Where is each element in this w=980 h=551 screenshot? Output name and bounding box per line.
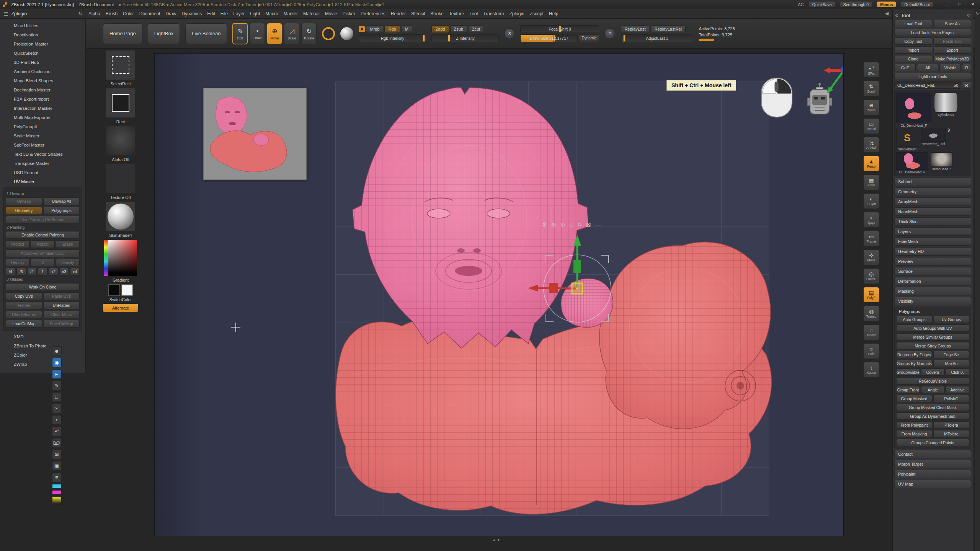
current-tool-r-button[interactable]: R xyxy=(962,82,971,89)
document-canvas[interactable]: ⚙⊕⊙⌂↻⊠— Shift + Ctrl + Mouse left xyxy=(154,53,844,536)
tool-save-as[interactable]: Save As xyxy=(933,20,971,27)
tool-goz[interactable]: GoZ xyxy=(894,64,916,71)
uv-density[interactable]: density xyxy=(56,259,80,266)
zplugin-item-quicksketch[interactable]: QuickSketch xyxy=(0,49,85,58)
tool-load-tools-from-project[interactable]: Load Tools From Project xyxy=(894,29,971,36)
zplugin-item-ambient-occlusion[interactable]: Ambient Occlusion xyxy=(0,67,85,76)
uv-2[interactable]: /2 xyxy=(27,268,37,276)
zplugin-item-text-3d-vector-shapes[interactable]: Text 3D & Vector Shapes xyxy=(0,150,85,159)
shelf-move-button[interactable]: ⊹Move xyxy=(863,249,879,265)
navigator-thumbnail[interactable] xyxy=(203,88,307,180)
zplugin-item-xmd[interactable]: XMD xyxy=(0,332,85,341)
tool-r[interactable]: R xyxy=(962,64,971,71)
material-selector[interactable] xyxy=(106,202,136,231)
pg-maxan[interactable]: MaxAn xyxy=(933,360,969,367)
minimize-button[interactable]: — xyxy=(942,1,951,8)
pg-group-masked[interactable]: Group Masked xyxy=(896,395,932,402)
uv-1[interactable]: 1 xyxy=(38,268,47,276)
uv-paste-uvs[interactable]: Paste UVs xyxy=(43,292,80,300)
seethrough-button[interactable]: See-through 0 xyxy=(840,1,872,8)
pg-polishg[interactable]: PolishG xyxy=(933,395,969,402)
section-deformation[interactable]: Deformation xyxy=(894,277,971,285)
pg-covera[interactable]: Covera xyxy=(921,368,945,376)
section-layers[interactable]: Layers xyxy=(894,227,971,236)
menu-marker[interactable]: Marker xyxy=(281,9,301,19)
pg-edge-se[interactable]: Edge Se xyxy=(933,351,969,358)
section-fibermesh[interactable]: FiberMesh xyxy=(894,237,971,246)
zplugin-item-transpose-master[interactable]: Transpose Master xyxy=(0,159,85,168)
panel-menu-icon[interactable]: ↻ xyxy=(967,13,970,18)
clipboard-icon[interactable]: ≡ xyxy=(52,473,62,482)
current-tool-slider[interactable]: CL_DemoHead_Flat. 50 xyxy=(894,82,961,89)
menu-file[interactable]: File xyxy=(218,9,230,19)
section-visibility[interactable]: Visibility xyxy=(894,297,971,305)
menu-draw[interactable]: Draw xyxy=(163,9,179,19)
right-tray-handle[interactable]: ↻ xyxy=(975,10,980,551)
stroke-rect-button[interactable] xyxy=(106,88,136,118)
pg-groups-changed-points[interactable]: Groups Changed Points xyxy=(896,439,969,446)
pg-angle[interactable]: Angle xyxy=(921,386,945,393)
refresh-icon[interactable]: ↻ xyxy=(75,11,86,16)
tool-all[interactable]: All xyxy=(917,64,938,71)
tool-visible[interactable]: Visible xyxy=(939,64,961,71)
toggle-m[interactable]: M xyxy=(401,25,412,33)
zplugin-item-misc-utilities[interactable]: Misc Utilities xyxy=(0,21,85,30)
thumbnail-recovered-tool[interactable]: 9Recovered_Tool xyxy=(921,129,946,146)
cursor-icon[interactable]: ▸ xyxy=(52,369,62,379)
mode-draw-button[interactable]: •Draw xyxy=(250,23,265,44)
current-brush-icon[interactable] xyxy=(322,27,335,40)
section-subtool[interactable]: Subtool xyxy=(894,178,971,186)
zplugin-item-projection-master[interactable]: Projection Master xyxy=(0,39,85,49)
home-page-button[interactable]: Home Page xyxy=(103,23,142,44)
menu-macro[interactable]: Macro xyxy=(263,9,281,19)
uv-attract[interactable]: Attract xyxy=(31,240,54,248)
zplugin-item-3d-print-hub[interactable]: 3D Print Hub xyxy=(0,58,85,67)
pg-mtolera[interactable]: MTolera xyxy=(933,430,969,437)
uv-3[interactable]: /3 xyxy=(16,268,26,276)
polygroups-title[interactable]: Polygroups xyxy=(897,309,969,314)
pg-regroup-by-edges[interactable]: Regroup By Edges xyxy=(896,351,932,358)
mode-edit-button[interactable]: ✎Edit xyxy=(232,23,248,44)
alpha-selector[interactable] xyxy=(106,126,136,156)
uv-density[interactable]: Density xyxy=(6,259,29,266)
uv-erase[interactable]: Erase xyxy=(56,240,80,248)
uv-checkseams[interactable]: CheckSeams xyxy=(6,311,42,318)
menu-layer[interactable]: Layer xyxy=(230,9,247,19)
zplugin-panel-header[interactable]: ☰ Zplugin xyxy=(0,11,75,17)
dot-icon[interactable]: • xyxy=(52,415,62,425)
uv-loadctrlmap[interactable]: LoadCtrlMap xyxy=(6,320,42,328)
depth-dial[interactable]: D xyxy=(604,28,615,39)
zplugin-item-multi-map-exporter[interactable]: Multi Map Exporter xyxy=(0,113,85,122)
zplugin-item-subtool-master[interactable]: SubTool Master xyxy=(0,140,85,150)
section-surface[interactable]: Surface xyxy=(894,267,971,276)
menu-color[interactable]: Color xyxy=(120,9,137,19)
uv-polygroups[interactable]: Polygroups xyxy=(43,207,80,214)
menu-material[interactable]: Material xyxy=(301,9,322,19)
section-morph-target[interactable]: Morph Target xyxy=(894,460,971,468)
section-preview[interactable]: Preview xyxy=(894,257,971,266)
shelf-locals-button[interactable]: ◎LocalS xyxy=(863,268,879,284)
secondary-color-swatch[interactable] xyxy=(121,284,133,296)
menu-alpha[interactable]: Alpha xyxy=(86,9,103,19)
thumbnail-cl-demohead-f[interactable]: 2CL_DemoHead_F xyxy=(896,152,928,174)
section-thick-skin[interactable]: Thick Skin xyxy=(894,217,971,226)
anchor-badge[interactable]: A xyxy=(359,26,365,32)
uv-copy-uvs[interactable]: Copy UVs xyxy=(6,292,42,300)
menu-edit[interactable]: Edit xyxy=(204,9,218,19)
close-button[interactable]: ✕ xyxy=(969,1,977,8)
saturation-square[interactable] xyxy=(108,240,137,276)
menu-zscript[interactable]: Zscript xyxy=(527,9,546,19)
pg-group-as-dynamesh-sub[interactable]: Group As Dynamesh Sub xyxy=(896,412,969,420)
knife-icon[interactable]: ✂ xyxy=(52,404,62,413)
mannequin-icon[interactable]: ☻ xyxy=(52,346,62,356)
stroke-selectrect-button[interactable] xyxy=(106,50,136,80)
collapse-icon[interactable]: — xyxy=(595,221,601,228)
trash-icon[interactable]: ⌦ xyxy=(52,438,62,448)
section-nanomesh[interactable]: NanoMesh xyxy=(894,207,971,216)
brush-icon[interactable]: ✎ xyxy=(52,381,62,390)
undo-icon[interactable]: ↶ xyxy=(52,427,62,436)
dynamic-toggle[interactable]: Dynamic xyxy=(579,34,599,42)
tool-lightbox-tools[interactable]: Lightbox►Tools xyxy=(894,73,971,80)
pg-merge-similar-groups[interactable]: Merge Similar Groups xyxy=(896,333,969,341)
menu-transform[interactable]: Transform xyxy=(480,9,506,19)
